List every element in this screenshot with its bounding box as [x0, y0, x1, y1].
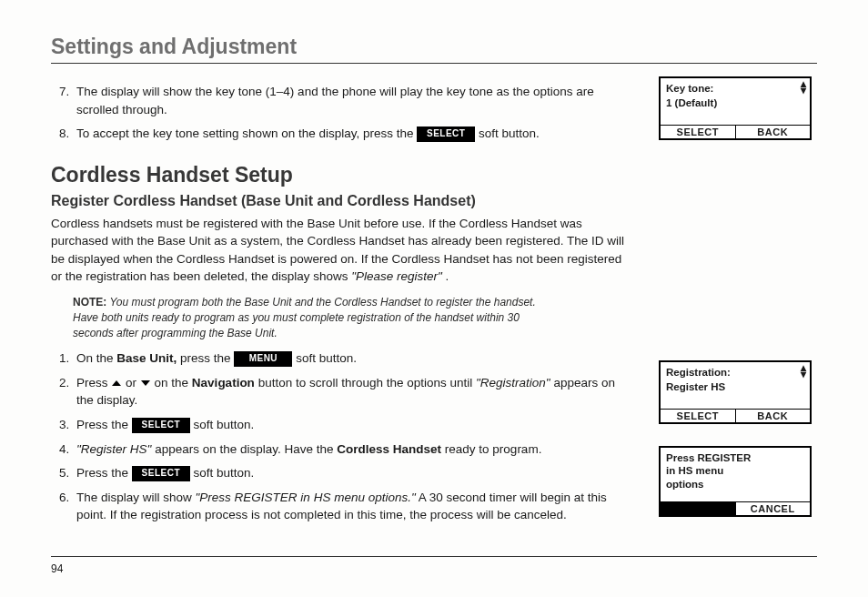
s5-post: soft button.	[194, 466, 255, 480]
step-8: To accept the key tone setting shown on …	[73, 125, 635, 143]
arrow-down-icon	[141, 380, 150, 386]
screen3-softkeys: CANCEL	[661, 501, 810, 515]
figure-column: ▴▾ Key tone: 1 (Default) SELECT BACK ▴▾ …	[659, 76, 817, 539]
s6-italic: "Press REGISTER in HS menu options."	[196, 491, 416, 504]
s3-post: soft button.	[194, 418, 255, 431]
page-title: Settings and Adjustment	[51, 35, 817, 64]
s2-pre: Press	[76, 376, 111, 390]
document-page: Settings and Adjustment The display will…	[0, 0, 868, 597]
s2-mid: or	[126, 376, 140, 390]
arrow-up-icon	[112, 380, 121, 386]
screen3-line3: options	[666, 478, 804, 491]
screen2-soft-right: BACK	[736, 409, 811, 422]
s4-mid: appears on the display. Have the	[155, 442, 337, 456]
screen1-line2: 1 (Default)	[666, 96, 804, 111]
register-step-4: "Register HS" appears on the display. Ha…	[73, 440, 635, 459]
screen3-line1: Press REGISTER	[666, 451, 804, 464]
intro-paragraph: Cordless handsets must be registered wit…	[51, 215, 635, 286]
register-step-5: Press the SELECT soft button.	[73, 464, 635, 482]
screen2-body: ▴▾ Registration: Register HS	[661, 362, 810, 409]
s2-bold: Navigation	[192, 376, 255, 390]
s1-bold: Base Unit,	[116, 351, 177, 365]
register-step-3: Press the SELECT soft button.	[73, 416, 635, 434]
s4-post: ready to program.	[445, 442, 542, 456]
screen1-soft-left: SELECT	[661, 125, 736, 138]
screen1-softkeys: SELECT BACK	[661, 125, 810, 138]
screen1-body: ▴▾ Key tone: 1 (Default)	[661, 78, 810, 125]
screen2-soft-left: SELECT	[661, 409, 736, 422]
scroll-indicator-icon-2: ▴▾	[801, 365, 806, 378]
select-chip-5: SELECT	[132, 466, 190, 481]
screen1-soft-right: BACK	[736, 125, 811, 138]
step-8-post: soft button.	[479, 126, 540, 140]
s1-mid: press the	[180, 351, 234, 365]
step-7-text: The display will show the key tone (1–4)…	[76, 85, 594, 116]
note-block: NOTE: You must program both the Base Uni…	[73, 295, 555, 340]
step-8-pre: To accept the key tone setting shown on …	[76, 126, 417, 140]
screen1-line1: Key tone:	[666, 82, 804, 96]
scroll-indicator-icon: ▴▾	[801, 81, 806, 94]
spacer	[659, 162, 817, 360]
s4-italic: "Register HS"	[76, 442, 151, 456]
intro-italic: "Please register"	[351, 269, 442, 283]
register-step-6: The display will show "Press REGISTER in…	[73, 489, 635, 524]
screen-press-register: Press REGISTER in HS menu options CANCEL	[659, 446, 812, 517]
section-subtitle: Register Cordless Handset (Base Unit and…	[51, 193, 635, 209]
screen2-line2: Register HS	[666, 380, 804, 395]
screen2-line1: Registration:	[666, 366, 804, 380]
select-chip: SELECT	[417, 126, 475, 142]
s6-pre: The display will show	[76, 491, 196, 504]
intro-p1: Cordless handsets must be registered wit…	[51, 217, 624, 284]
menu-chip: MENU	[234, 351, 292, 367]
screen3-soft-left	[661, 501, 736, 515]
s1-pre: On the	[76, 351, 116, 365]
screen2-softkeys: SELECT BACK	[661, 409, 810, 422]
key-tone-continued-list: The display will show the key tone (1–4)…	[51, 83, 635, 143]
screen3-body: Press REGISTER in HS menu options	[661, 448, 810, 501]
s2-more: button to scroll through the options unt…	[258, 376, 476, 390]
content-row: The display will show the key tone (1–4)…	[51, 76, 817, 539]
s1-post: soft button.	[296, 351, 357, 365]
page-number: 94	[51, 562, 817, 575]
screen3-soft-right: CANCEL	[736, 501, 811, 515]
select-chip-3: SELECT	[132, 418, 190, 433]
s4-bold: Cordless Handset	[337, 442, 441, 456]
screen3-line2: in HS menu	[666, 464, 804, 477]
step-7: The display will show the key tone (1–4)…	[73, 83, 635, 118]
footer-rule	[51, 556, 817, 557]
register-steps-list: On the Base Unit, press the MENU soft bu…	[51, 349, 635, 524]
screen-key-tone: ▴▾ Key tone: 1 (Default) SELECT BACK	[659, 76, 812, 140]
note-label: NOTE:	[73, 296, 106, 309]
page-footer: 94	[51, 556, 817, 575]
register-step-1: On the Base Unit, press the MENU soft bu…	[73, 349, 635, 368]
text-column: The display will show the key tone (1–4)…	[51, 76, 635, 539]
s5-pre: Press the	[76, 466, 132, 480]
section-title: Cordless Handset Setup	[51, 163, 635, 187]
s2-italic: "Registration"	[476, 376, 550, 390]
s2-after: on the	[155, 376, 192, 390]
screen-registration: ▴▾ Registration: Register HS SELECT BACK	[659, 360, 812, 424]
register-step-2: Press or on the Navigation button to scr…	[73, 374, 635, 410]
intro-p2: .	[446, 269, 449, 283]
note-text: You must program both the Base Unit and …	[73, 296, 536, 339]
s3-pre: Press the	[76, 418, 132, 431]
